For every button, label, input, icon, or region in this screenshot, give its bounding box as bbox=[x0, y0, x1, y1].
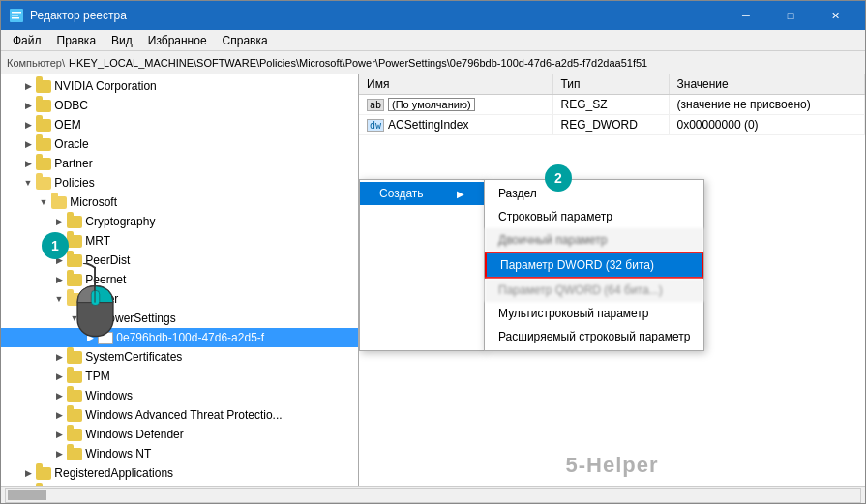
tree-toggle[interactable]: ▶ bbox=[51, 388, 67, 403]
minimize-button[interactable]: ─ bbox=[724, 1, 768, 30]
tree-label: Power bbox=[85, 292, 118, 306]
values-panel: Имя Тип Значение ab (По умолчанию) R bbox=[359, 74, 865, 486]
tree-item-mrt[interactable]: ▶ MRT bbox=[1, 231, 358, 251]
tree-item-cryptography[interactable]: ▶ Cryptography bbox=[1, 212, 358, 231]
tree-toggle[interactable]: ▶ bbox=[51, 446, 67, 461]
tree-item-watp[interactable]: ▶ Windows Advanced Threat Protectio... bbox=[1, 405, 358, 425]
tree-item-odbc[interactable]: ▶ ODBC bbox=[1, 96, 358, 115]
folder-icon bbox=[36, 100, 51, 112]
val-value-dword: 0x00000000 (0) bbox=[669, 115, 865, 135]
tree-toggle[interactable]: ▶ bbox=[51, 427, 67, 442]
tree-label: MRT bbox=[85, 234, 110, 248]
context-menu-create[interactable]: Создать ▶ bbox=[360, 182, 484, 205]
submenu-item-expandstring[interactable]: Расширяемый строковый параметр bbox=[485, 325, 703, 348]
folder-icon-selected bbox=[98, 332, 113, 344]
tree-item-oracle[interactable]: ▶ Oracle bbox=[1, 134, 358, 154]
submenu-item-qword[interactable]: Параметр QWORD (64 бита...) bbox=[485, 279, 703, 302]
val-icon-ab: ab bbox=[367, 99, 384, 111]
maximize-button[interactable]: □ bbox=[768, 1, 813, 30]
tree-toggle[interactable]: ▶ bbox=[20, 98, 36, 113]
tree-item-peernet[interactable]: ▶ Peernet bbox=[1, 270, 358, 289]
tree-toggle[interactable]: ▶ bbox=[51, 252, 67, 268]
tree-item-guid[interactable]: ▶ 0e796bdb-100d-47d6-a2d5-f bbox=[1, 328, 358, 347]
folder-icon bbox=[36, 138, 51, 151]
menu-view[interactable]: Вид bbox=[104, 32, 140, 49]
tree-toggle[interactable]: ▶ bbox=[20, 485, 36, 486]
folder-icon bbox=[67, 235, 82, 248]
tree-toggle[interactable]: ▼ bbox=[36, 194, 51, 210]
close-button[interactable]: ✕ bbox=[813, 1, 857, 30]
tree-toggle[interactable]: ▼ bbox=[51, 291, 67, 307]
submenu-item-dword[interactable]: Параметр DWORD (32 бита) bbox=[485, 252, 703, 279]
tree-toggle[interactable]: ▶ bbox=[51, 407, 67, 423]
tree-item-windowsnt[interactable]: ▶ Windows NT bbox=[1, 444, 358, 463]
table-row[interactable]: dw ACSettingIndex REG_DWORD 0x00000000 (… bbox=[359, 115, 865, 135]
val-type-sz: REG_SZ bbox=[552, 95, 669, 115]
submenu[interactable]: Раздел Строковый параметр Двоичный парам… bbox=[484, 179, 704, 351]
val-icon-dw: dw bbox=[367, 119, 384, 132]
tree-item-regapps[interactable]: ▶ RegisteredApplications bbox=[1, 463, 358, 483]
menu-edit[interactable]: Правка bbox=[49, 32, 105, 49]
submenu-item-multistring[interactable]: Мультистроковый параметр bbox=[485, 302, 703, 325]
tree-toggle[interactable]: ▶ bbox=[20, 117, 36, 133]
tree-label: Policies bbox=[54, 176, 94, 190]
submenu-item-razdel[interactable]: Раздел bbox=[485, 182, 703, 205]
folder-icon-open bbox=[82, 312, 98, 325]
tree-item-policies[interactable]: ▼ Policies bbox=[1, 173, 358, 193]
col-type: Тип bbox=[552, 74, 669, 95]
main-area: ▶ NVIDIA Corporation ▶ ODBC ▶ OEM bbox=[1, 74, 865, 486]
tree-item-powersettings[interactable]: ▼ PowerSettings bbox=[1, 309, 358, 328]
tree-toggle[interactable]: ▶ bbox=[51, 349, 67, 365]
window-title: Редактор реестра bbox=[30, 9, 724, 22]
folder-icon bbox=[67, 409, 82, 422]
tree-label: NVIDIA Corporation bbox=[54, 79, 156, 93]
menu-help[interactable]: Справка bbox=[215, 32, 276, 49]
submenu-item-binary[interactable]: Двоичный параметр bbox=[485, 228, 703, 252]
tree-item-peerdist[interactable]: ▶ PeerDist bbox=[1, 251, 358, 270]
tree-item-windefender[interactable]: ▶ Windows Defender bbox=[1, 425, 358, 444]
tree-toggle[interactable]: ▶ bbox=[20, 465, 36, 481]
tree-label: RegisteredApplications bbox=[54, 466, 173, 480]
tree-item-oem[interactable]: ▶ OEM bbox=[1, 115, 358, 134]
tree-item-winrar[interactable]: ▶ WinRAR bbox=[1, 483, 358, 486]
val-value-default: (значение не присвоено) bbox=[669, 95, 865, 115]
tree-item-windows[interactable]: ▶ Windows bbox=[1, 386, 358, 405]
tree-item-systemcerts[interactable]: ▶ SystemCertificates bbox=[1, 347, 358, 367]
tree-toggle[interactable]: ▶ bbox=[20, 156, 36, 171]
val-name-cell: ab (По умолчанию) bbox=[359, 95, 552, 115]
menu-favorites[interactable]: Избранное bbox=[140, 32, 215, 49]
tree-label: 0e796bdb-100d-47d6-a2d5-f bbox=[116, 331, 264, 344]
folder-icon bbox=[67, 216, 82, 228]
registry-tree[interactable]: ▶ NVIDIA Corporation ▶ ODBC ▶ OEM bbox=[1, 74, 358, 486]
tree-item-nvidia[interactable]: ▶ NVIDIA Corporation bbox=[1, 76, 358, 96]
val-default-name: (По умолчанию) bbox=[388, 98, 475, 111]
tree-toggle[interactable]: ▶ bbox=[51, 272, 67, 287]
tree-toggle[interactable]: ▶ bbox=[20, 78, 36, 94]
tree-label: Microsoft bbox=[70, 195, 117, 209]
folder-icon-open bbox=[67, 293, 82, 306]
bottom-scrollbar[interactable] bbox=[5, 488, 861, 503]
tree-toggle[interactable]: ▼ bbox=[67, 311, 82, 326]
tree-item-partner[interactable]: ▶ Partner bbox=[1, 154, 358, 173]
menu-file[interactable]: Файл bbox=[5, 32, 49, 49]
values-table: Имя Тип Значение ab (По умолчанию) R bbox=[359, 74, 865, 135]
tree-toggle[interactable]: ▶ bbox=[51, 214, 67, 229]
tree-toggle[interactable]: ▶ bbox=[51, 233, 67, 249]
table-row[interactable]: ab (По умолчанию) REG_SZ (значение не пр… bbox=[359, 95, 865, 115]
tree-toggle[interactable]: ▶ bbox=[82, 330, 98, 345]
context-menu[interactable]: Создать ▶ bbox=[359, 179, 485, 351]
badge-two: 2 bbox=[545, 164, 572, 192]
col-value: Значение bbox=[669, 74, 865, 95]
tree-toggle[interactable]: ▼ bbox=[20, 175, 36, 191]
tree-label: ODBC bbox=[54, 99, 88, 112]
folder-icon bbox=[67, 351, 82, 364]
scrollbar-thumb bbox=[8, 490, 46, 500]
tree-toggle[interactable]: ▶ bbox=[51, 369, 67, 384]
folder-icon bbox=[36, 119, 51, 132]
tree-item-microsoft[interactable]: ▼ Microsoft bbox=[1, 193, 358, 212]
tree-item-tpm[interactable]: ▶ TPM bbox=[1, 367, 358, 386]
submenu-wrapper: Создать ▶ Раздел Строковый параметр Двои… bbox=[359, 179, 704, 351]
tree-item-power[interactable]: ▼ Power bbox=[1, 289, 358, 309]
submenu-item-string[interactable]: Строковый параметр bbox=[485, 205, 703, 228]
tree-toggle[interactable]: ▶ bbox=[20, 136, 36, 152]
